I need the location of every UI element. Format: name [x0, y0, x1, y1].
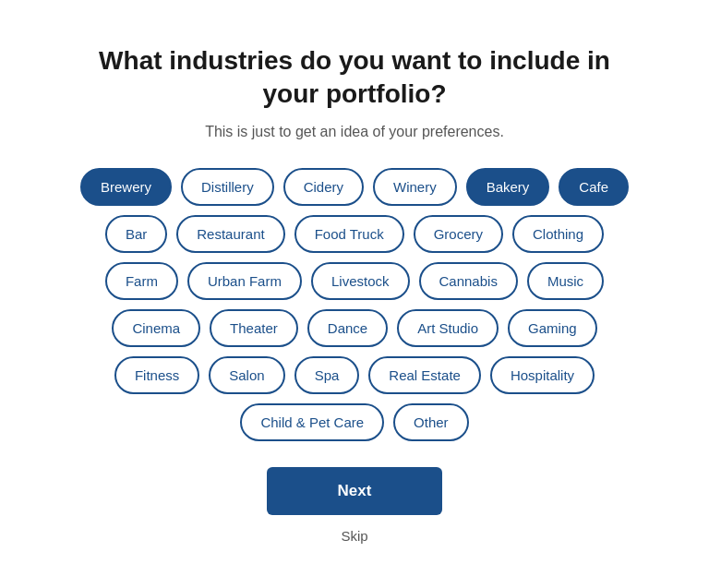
tag-cidery[interactable]: Cidery	[283, 168, 364, 206]
tag-music[interactable]: Music	[527, 262, 604, 300]
tag-distillery[interactable]: Distillery	[181, 168, 274, 206]
tag-gaming[interactable]: Gaming	[508, 309, 597, 347]
tag-cannabis[interactable]: Cannabis	[419, 262, 518, 300]
tag-brewery[interactable]: Brewery	[80, 168, 172, 206]
tag-art-studio[interactable]: Art Studio	[397, 309, 499, 347]
page-title: What industries do you want to include i…	[68, 44, 641, 112]
tag-bar[interactable]: Bar	[105, 215, 167, 253]
tag-salon[interactable]: Salon	[209, 356, 284, 394]
tag-bakery[interactable]: Bakery	[466, 168, 550, 206]
tag-real-estate[interactable]: Real Estate	[368, 356, 481, 394]
tag-livestock[interactable]: Livestock	[311, 262, 410, 300]
tag-clothing[interactable]: Clothing	[512, 215, 604, 253]
industry-tags-container: BreweryDistilleryCideryWineryBakeryCafeB…	[68, 168, 641, 441]
tag-cafe[interactable]: Cafe	[559, 168, 629, 206]
tag-grocery[interactable]: Grocery	[414, 215, 503, 253]
tag-farm[interactable]: Farm	[105, 262, 178, 300]
page-subtitle: This is just to get an idea of your pref…	[205, 124, 504, 140]
tag-dance[interactable]: Dance	[307, 309, 388, 347]
tag-child-pet-care[interactable]: Child & Pet Care	[240, 403, 384, 441]
tag-fitness[interactable]: Fitness	[114, 356, 199, 394]
tag-cinema[interactable]: Cinema	[112, 309, 200, 347]
tag-urban-farm[interactable]: Urban Farm	[187, 262, 302, 300]
next-button[interactable]: Next	[267, 467, 442, 515]
tag-theater[interactable]: Theater	[210, 309, 298, 347]
tag-hospitality[interactable]: Hospitality	[490, 356, 595, 394]
tag-other[interactable]: Other	[393, 403, 469, 441]
tag-winery[interactable]: Winery	[373, 168, 457, 206]
main-container: What industries do you want to include i…	[31, 7, 678, 582]
skip-button[interactable]: Skip	[341, 528, 367, 544]
tag-restaurant[interactable]: Restaurant	[176, 215, 284, 253]
tag-spa[interactable]: Spa	[294, 356, 360, 394]
tag-food-truck[interactable]: Food Truck	[294, 215, 404, 253]
